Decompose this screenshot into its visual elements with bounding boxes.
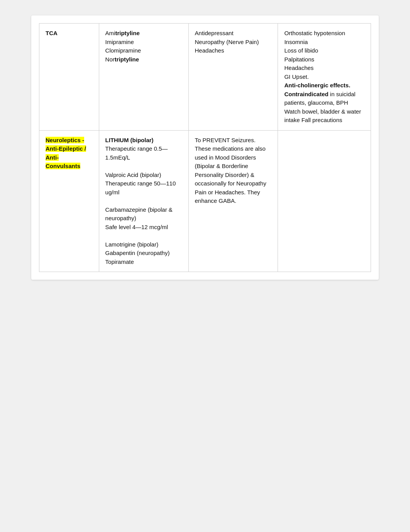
page-container: TCA Amitriptyline Imipramine Clomipramin…	[31, 15, 379, 280]
medication-table: TCA Amitriptyline Imipramine Clomipramin…	[39, 23, 371, 272]
note-contraindicated: Contraindicated	[284, 91, 328, 97]
table-row-tca: TCA Amitriptyline Imipramine Clomipramin…	[39, 24, 371, 131]
note-gi: GI Upset.	[284, 73, 308, 80]
tca-notes-cell: Orthostatic hypotension Insomnia Loss of…	[278, 24, 371, 131]
neuro-class-cell: Neuroleptics -Anti-Epileptic /Anti-Convu…	[39, 130, 99, 272]
med-amitriptyline: Amitriptyline	[105, 30, 140, 36]
med-valproic-range: Therapeutic range 50—110 ug/ml	[105, 180, 176, 195]
med-clomipramine: Clomipramine	[105, 47, 141, 54]
med-lithium: LITHIUM (bipolar)	[105, 137, 154, 143]
tca-class-cell: TCA	[39, 24, 99, 131]
tca-uses-cell: Antidepressant Neuropathy (Nerve Pain) H…	[188, 24, 278, 131]
table-row-neuro: Neuroleptics -Anti-Epileptic /Anti-Convu…	[39, 130, 371, 272]
med-imipramine: Imipramine	[105, 39, 134, 45]
neuro-label: Neuroleptics -Anti-Epileptic /Anti-Convu…	[46, 137, 86, 170]
med-gabapentin: Gabapentin (neuropathy)	[105, 250, 170, 256]
neuro-notes-cell	[278, 130, 371, 272]
med-lithium-range: Therapeutic range 0.5—1.5mEq/L	[105, 145, 168, 161]
med-nortriptyline: Nortriptyline	[105, 56, 139, 63]
med-carbamazepine-level: Safe level 4—12 mcg/ml	[105, 224, 168, 230]
note-anticholinergic: Anti-cholinergic effects.	[284, 82, 350, 88]
note-palpitations: Palpitations	[284, 56, 314, 63]
note-headaches: Headaches	[284, 65, 313, 71]
med-lamotrigine: Lamotrigine (bipolar)	[105, 241, 159, 248]
neuro-medications-cell: LITHIUM (bipolar) Therapeutic range 0.5—…	[99, 130, 188, 272]
neuro-uses-text: To PREVENT Seizures. These medications a…	[195, 137, 266, 204]
note-insomnia: Insomnia	[284, 39, 308, 45]
med-carbamazepine: Carbamazepine (bipolar & neuropathy)	[105, 206, 173, 222]
tca-medications-cell: Amitriptyline Imipramine Clomipramine No…	[99, 24, 188, 131]
use-neuropathy: Neuropathy (Nerve Pain)	[195, 39, 259, 45]
tca-label: TCA	[46, 30, 58, 36]
med-topiramate: Topiramate	[105, 258, 134, 265]
med-valproic: Valproic Acid (bipolar)	[105, 172, 161, 178]
note-orthostatic: Orthostatic hypotension	[284, 30, 345, 36]
use-antidepressant: Antidepressant	[195, 30, 234, 36]
use-headaches: Headaches	[195, 47, 224, 54]
note-libido: Loss of libido	[284, 47, 318, 54]
neuro-uses-cell: To PREVENT Seizures. These medications a…	[188, 130, 278, 272]
